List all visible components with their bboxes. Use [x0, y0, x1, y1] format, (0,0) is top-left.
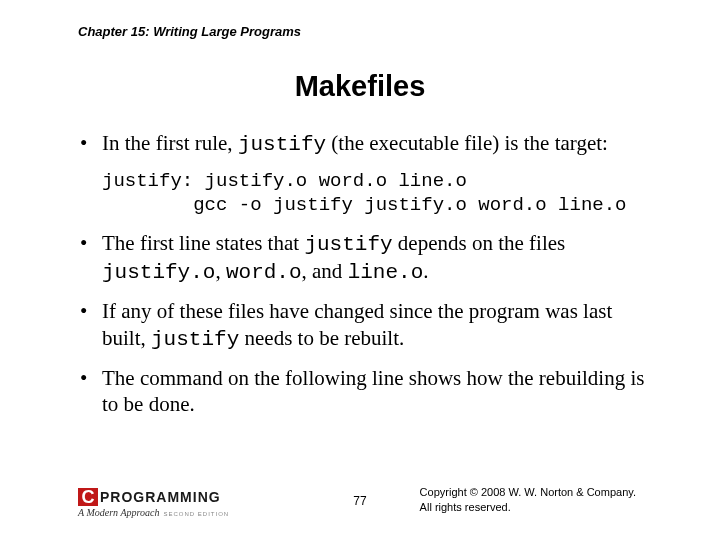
page-number: 77	[353, 494, 366, 508]
bullet-text: depends on the files	[393, 231, 566, 255]
bullet-text: The first line states that	[102, 231, 304, 255]
bullet-text: The command on the following line shows …	[102, 366, 644, 416]
bullet-text: needs to be rebuilt.	[239, 326, 404, 350]
copyright-line: Copyright © 2008 W. W. Norton & Company.	[420, 485, 636, 499]
code-inline: line.o	[348, 261, 424, 284]
bullet-text: In the first rule,	[102, 131, 238, 155]
chapter-header: Chapter 15: Writing Large Programs	[78, 24, 301, 39]
content-area: In the first rule, justify (the executab…	[78, 130, 660, 429]
publisher-logo: C PROGRAMMING A Modern ApproachSECOND ED…	[78, 488, 229, 518]
code-inline: justify	[238, 133, 326, 156]
bullet-item: The command on the following line shows …	[78, 365, 660, 418]
bullet-text: .	[423, 259, 428, 283]
bullet-item: In the first rule, justify (the executab…	[78, 130, 660, 158]
bullet-item: The first line states that justify depen…	[78, 230, 660, 287]
copyright: Copyright © 2008 W. W. Norton & Company.…	[420, 485, 636, 514]
copyright-line: All rights reserved.	[420, 500, 636, 514]
code-inline: justify	[304, 233, 392, 256]
bullet-text: ,	[215, 259, 226, 283]
code-inline: word.o	[226, 261, 302, 284]
logo-edition: SECOND EDITION	[163, 511, 229, 517]
code-inline: justify.o	[102, 261, 215, 284]
code-inline: justify	[151, 328, 239, 351]
footer: C PROGRAMMING A Modern ApproachSECOND ED…	[0, 478, 720, 522]
page-title: Makefiles	[0, 70, 720, 103]
bullet-item: If any of these files have changed since…	[78, 298, 660, 353]
logo-c-icon: C	[78, 488, 98, 506]
bullet-text: , and	[302, 259, 348, 283]
logo-subtitle: A Modern ApproachSECOND EDITION	[78, 507, 229, 518]
code-block: justify: justify.o word.o line.o gcc -o …	[102, 170, 660, 218]
bullet-text: (the executable file) is the target:	[326, 131, 608, 155]
logo-text: PROGRAMMING	[100, 489, 221, 505]
